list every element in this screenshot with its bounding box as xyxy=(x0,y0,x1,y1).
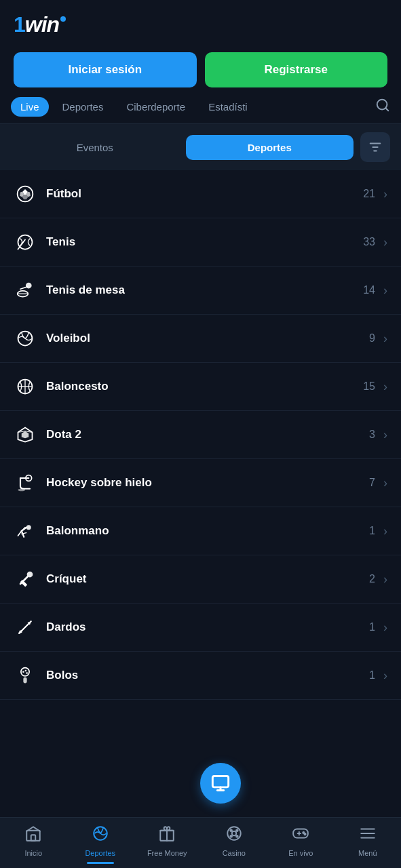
hockey-count: 7 xyxy=(369,477,375,489)
svg-point-55 xyxy=(232,831,237,836)
tenis-icon xyxy=(14,231,37,254)
en-vivo-label: En vivo xyxy=(288,849,313,857)
home-icon xyxy=(24,825,42,846)
dota2-icon xyxy=(14,423,37,446)
criquet-count: 2 xyxy=(369,573,375,585)
voleibol-chevron: › xyxy=(383,332,387,346)
sport-item-criquet[interactable]: Críquet 2 › xyxy=(0,555,401,604)
tenis-mesa-name: Tenis de mesa xyxy=(46,283,358,297)
hockey-icon xyxy=(14,471,37,494)
baloncesto-name: Baloncesto xyxy=(46,380,358,393)
criquet-chevron: › xyxy=(383,572,387,587)
tenis-chevron: › xyxy=(383,235,387,250)
svg-point-42 xyxy=(25,670,27,672)
tenis-count: 33 xyxy=(363,236,375,248)
register-button[interactable]: Registrarse xyxy=(205,52,388,87)
futbol-count: 21 xyxy=(363,188,375,200)
svg-rect-49 xyxy=(31,835,36,841)
gift-icon xyxy=(158,825,176,846)
bottom-nav: Inicio Deportes Free Money xyxy=(0,817,401,868)
svg-line-30 xyxy=(18,531,22,536)
dota2-chevron: › xyxy=(383,428,387,442)
criquet-name: Críquet xyxy=(46,572,364,586)
bottom-nav-free-money[interactable]: Free Money xyxy=(143,825,191,857)
active-indicator xyxy=(87,862,114,864)
svg-point-64 xyxy=(305,833,306,835)
balonmano-name: Balonmano xyxy=(46,524,364,538)
tab-live[interactable]: Live xyxy=(11,97,49,117)
criquet-icon xyxy=(14,568,37,591)
svg-line-1 xyxy=(385,108,388,111)
menu-label: Menú xyxy=(358,849,377,857)
sub-tab-eventos[interactable]: Eventos xyxy=(11,135,179,160)
deportes-nav-label: Deportes xyxy=(85,849,115,857)
logo: 1win xyxy=(14,12,66,37)
svg-point-58 xyxy=(230,835,232,837)
svg-point-57 xyxy=(236,829,238,831)
sport-item-futbol[interactable]: Fútbol 21 › xyxy=(0,170,401,218)
login-button[interactable]: Iniciar sesión xyxy=(14,52,197,87)
svg-line-15 xyxy=(20,287,28,290)
bottom-nav-casino[interactable]: Casino xyxy=(210,825,258,857)
nav-tabs: Live Deportes Ciberdeporte Estadísti xyxy=(0,97,401,124)
sport-item-bolos[interactable]: Bolos 1 › xyxy=(0,652,401,700)
svg-point-40 xyxy=(21,668,29,676)
casino-icon xyxy=(225,825,243,846)
svg-rect-48 xyxy=(27,831,41,841)
sports-icon xyxy=(92,825,109,846)
header: 1win xyxy=(0,0,401,45)
dota2-count: 3 xyxy=(369,429,375,441)
baloncesto-count: 15 xyxy=(363,380,375,393)
sport-item-balonmano[interactable]: Balonmano 1 › xyxy=(0,507,401,555)
voleibol-icon xyxy=(14,327,37,350)
sport-item-dardos[interactable]: Dardos 1 › xyxy=(0,604,401,652)
baloncesto-chevron: › xyxy=(383,380,387,394)
futbol-chevron: › xyxy=(383,187,387,201)
filter-button[interactable] xyxy=(360,132,390,162)
tenis-mesa-chevron: › xyxy=(383,283,387,298)
sports-list: Fútbol 21 › Tenis 33 › Tenis de mesa xyxy=(0,170,401,700)
sport-item-voleibol[interactable]: Voleibol 9 › xyxy=(0,315,401,363)
voleibol-count: 9 xyxy=(369,332,375,344)
svg-point-54 xyxy=(227,827,241,840)
sub-tab-deportes[interactable]: Deportes xyxy=(186,135,354,160)
balonmano-count: 1 xyxy=(369,525,375,537)
voleibol-name: Voleibol xyxy=(46,332,364,345)
logo-text: 1win xyxy=(14,12,59,37)
search-icon[interactable] xyxy=(375,98,390,116)
menu-icon xyxy=(359,825,377,846)
bottom-nav-en-vivo[interactable]: En vivo xyxy=(277,825,324,857)
sport-item-baloncesto[interactable]: Baloncesto 15 › xyxy=(0,363,401,411)
dardos-name: Dardos xyxy=(46,620,364,634)
dardos-icon xyxy=(14,616,37,639)
bolos-icon xyxy=(14,664,37,687)
baloncesto-icon xyxy=(14,375,37,398)
svg-point-41 xyxy=(22,671,24,673)
hockey-name: Hockey sobre hielo xyxy=(46,476,364,490)
svg-rect-45 xyxy=(212,776,228,787)
svg-point-56 xyxy=(230,829,232,831)
tab-estadisticas[interactable]: Estadísti xyxy=(199,97,257,117)
bolos-count: 1 xyxy=(369,669,375,682)
bottom-nav-deportes[interactable]: Deportes xyxy=(77,825,124,857)
sport-item-tenis[interactable]: Tenis 33 › xyxy=(0,218,401,267)
hockey-chevron: › xyxy=(383,476,387,490)
tab-ciberdeporte[interactable]: Ciberdeporte xyxy=(117,97,195,117)
balonmano-icon xyxy=(14,519,37,542)
dardos-count: 1 xyxy=(369,621,375,633)
bolos-chevron: › xyxy=(383,669,387,683)
inicio-label: Inicio xyxy=(24,849,42,857)
logo-dot xyxy=(60,16,66,22)
sport-item-dota2[interactable]: Dota 2 3 › xyxy=(0,411,401,459)
floating-action-button[interactable] xyxy=(200,763,241,804)
svg-rect-44 xyxy=(23,677,26,684)
dota2-name: Dota 2 xyxy=(46,428,364,441)
free-money-label: Free Money xyxy=(147,849,187,857)
dardos-chevron: › xyxy=(383,620,387,635)
bottom-nav-menu[interactable]: Menú xyxy=(344,825,392,857)
sport-item-hockey[interactable]: Hockey sobre hielo 7 › xyxy=(0,459,401,507)
bottom-nav-inicio[interactable]: Inicio xyxy=(9,825,57,857)
tab-deportes[interactable]: Deportes xyxy=(53,97,113,117)
bolos-name: Bolos xyxy=(46,669,364,682)
sport-item-tenis-mesa[interactable]: Tenis de mesa 14 › xyxy=(0,267,401,315)
